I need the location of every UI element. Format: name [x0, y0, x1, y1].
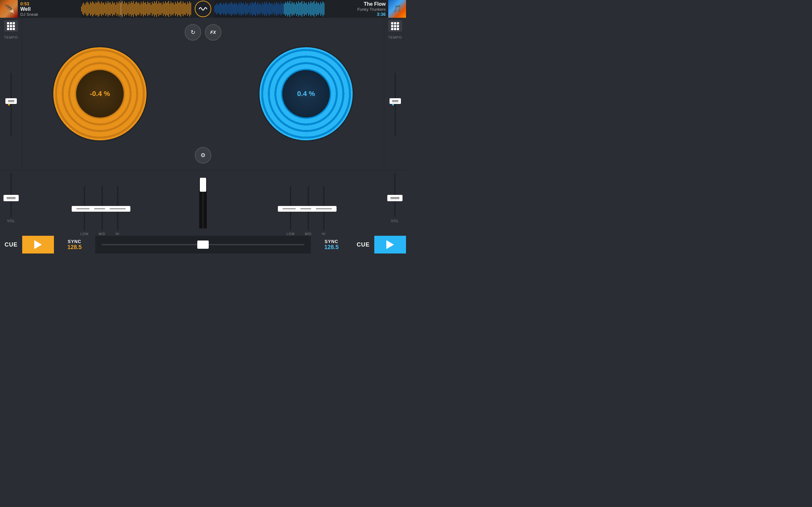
- svg-rect-105: [217, 3, 217, 14]
- center-logo[interactable]: [192, 0, 214, 18]
- svg-rect-128: [242, 3, 243, 14]
- svg-rect-162: [280, 5, 280, 13]
- svg-rect-46: [131, 1, 132, 16]
- right-tempo-slider[interactable]: [384, 42, 406, 167]
- svg-rect-165: [283, 3, 284, 14]
- right-panel: TEMPO: [384, 18, 406, 170]
- right-deck[interactable]: 0.4 %: [229, 18, 384, 170]
- svg-rect-48: [133, 1, 134, 17]
- left-album-art[interactable]: 🪶: [0, 0, 18, 18]
- svg-rect-30: [113, 3, 114, 14]
- left-play-button[interactable]: [22, 236, 54, 253]
- svg-rect-149: [265, 3, 266, 14]
- svg-rect-132: [247, 4, 247, 14]
- left-play-icon: [34, 240, 42, 249]
- svg-rect-74: [162, 4, 162, 13]
- svg-rect-158: [275, 4, 275, 14]
- svg-rect-201: [322, 1, 323, 16]
- svg-rect-187: [307, 4, 308, 13]
- svg-rect-47: [132, 3, 133, 15]
- svg-rect-139: [254, 3, 255, 15]
- left-waveform[interactable]: [81, 0, 192, 18]
- left-hi-slider[interactable]: HI: [116, 186, 119, 236]
- bottom-crossfader[interactable]: [95, 244, 311, 245]
- left-eq-sliders: LOW MID HI: [80, 186, 119, 236]
- svg-rect-202: [324, 3, 324, 15]
- svg-rect-59: [145, 2, 146, 15]
- left-turntable[interactable]: -0.4 %: [52, 46, 148, 141]
- svg-rect-20: [102, 3, 103, 14]
- right-mid-slider[interactable]: MID: [305, 186, 311, 236]
- left-tempo-slider[interactable]: [0, 42, 22, 167]
- left-vol-slider[interactable]: VOL: [7, 173, 15, 233]
- right-vol-label: VOL: [391, 219, 399, 223]
- left-hi-handle[interactable]: [105, 206, 131, 212]
- svg-rect-151: [267, 4, 268, 13]
- left-cue-button[interactable]: CUE: [0, 236, 22, 253]
- right-play-button[interactable]: [374, 236, 406, 253]
- right-vol-handle[interactable]: [387, 195, 403, 201]
- sync-loop-button[interactable]: ↻: [185, 24, 201, 41]
- left-turntable-center: -0.4 %: [76, 70, 124, 118]
- svg-rect-66: [153, 3, 154, 14]
- svg-rect-81: [169, 4, 170, 14]
- svg-rect-136: [251, 4, 252, 14]
- svg-rect-161: [278, 3, 279, 15]
- left-panel: TEMPO: [0, 18, 22, 170]
- left-sync-label: SYNC: [68, 239, 82, 244]
- svg-rect-87: [176, 3, 177, 14]
- svg-rect-95: [185, 3, 186, 15]
- right-hi-track: [323, 186, 324, 230]
- svg-rect-76: [164, 3, 165, 14]
- left-sync-button[interactable]: SYNC 128.5: [54, 236, 95, 253]
- left-track-artist: DJ Sneak: [20, 12, 79, 17]
- right-waveform[interactable]: [214, 0, 325, 18]
- svg-rect-103: [214, 6, 215, 12]
- svg-rect-96: [186, 4, 187, 13]
- right-grid-button[interactable]: [388, 20, 402, 32]
- right-sync-button[interactable]: SYNC 128.5: [311, 236, 352, 253]
- svg-rect-65: [152, 2, 153, 16]
- svg-rect-7: [88, 3, 89, 15]
- svg-rect-44: [129, 2, 130, 16]
- svg-rect-12: [93, 3, 94, 15]
- svg-rect-69: [156, 1, 157, 17]
- svg-rect-126: [240, 4, 241, 14]
- left-grid-button[interactable]: [4, 20, 18, 32]
- bottom-crossfader-handle[interactable]: [197, 240, 209, 249]
- vertical-crossfader-handle[interactable]: [200, 178, 206, 192]
- svg-rect-21: [103, 3, 104, 15]
- left-mid-slider[interactable]: MID: [99, 186, 105, 236]
- svg-rect-137: [252, 2, 252, 16]
- svg-rect-169: [287, 1, 288, 16]
- right-turntable[interactable]: 0.4 %: [258, 46, 354, 141]
- svg-rect-88: [177, 1, 178, 16]
- vertical-crossfader[interactable]: [199, 178, 207, 228]
- right-low-slider[interactable]: LOW: [287, 186, 295, 236]
- right-eq-sliders: LOW MID HI: [287, 186, 325, 236]
- right-tempo-handle[interactable]: [390, 98, 401, 104]
- right-cue-button[interactable]: CUE: [352, 236, 374, 253]
- svg-rect-31: [114, 3, 115, 15]
- left-deck[interactable]: -0.4 %: [22, 18, 177, 170]
- svg-rect-1: [81, 6, 82, 11]
- settings-button[interactable]: ⚙: [195, 147, 211, 164]
- svg-rect-160: [277, 3, 278, 14]
- svg-rect-114: [226, 3, 227, 14]
- fx-button[interactable]: FX: [205, 24, 221, 41]
- right-vol-slider[interactable]: VOL: [391, 173, 399, 233]
- right-hi-slider[interactable]: HI: [322, 186, 326, 236]
- svg-rect-159: [276, 2, 277, 16]
- svg-rect-185: [305, 3, 305, 14]
- right-sync-label: SYNC: [325, 239, 339, 244]
- svg-rect-27: [110, 2, 110, 15]
- right-hi-handle[interactable]: [311, 206, 337, 212]
- right-album-art[interactable]: 🎵: [388, 0, 406, 18]
- left-tempo-handle[interactable]: [5, 98, 17, 104]
- svg-rect-153: [270, 2, 270, 15]
- left-vol-handle[interactable]: [3, 195, 19, 201]
- left-low-slider[interactable]: LOW: [80, 186, 89, 236]
- svg-rect-51: [136, 2, 137, 16]
- header: 🪶 0:53 Well DJ Sneak: [0, 0, 406, 18]
- svg-rect-168: [286, 3, 287, 14]
